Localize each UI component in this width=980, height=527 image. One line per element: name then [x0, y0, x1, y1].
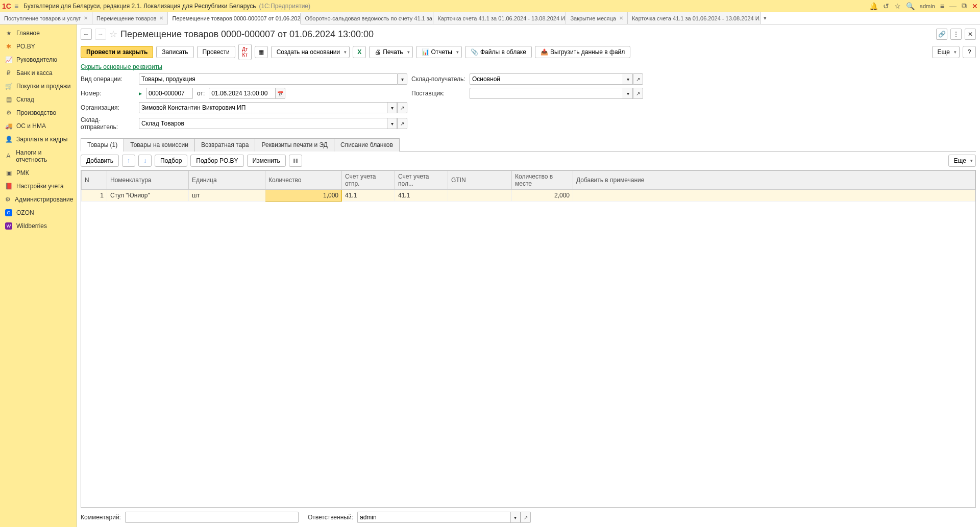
- reports-button[interactable]: 📊 Отчеты: [416, 46, 462, 58]
- items-table[interactable]: NНоменклатураЕдиницаКоличествоСчет учета…: [81, 170, 976, 508]
- responsible-dropdown[interactable]: ▾: [510, 512, 521, 523]
- document-tab[interactable]: Карточка счета 41.1 за 01.06.2024 - 13.0…: [433, 12, 566, 24]
- table-row[interactable]: 1Стул "Юниор"шт1,00041.141.12,000: [82, 190, 975, 202]
- cell-qty-place[interactable]: 2,000: [512, 190, 573, 202]
- files-button[interactable]: 📎 Файлы в облаке: [465, 46, 532, 58]
- document-tab[interactable]: Поступление товаров и услуг✕: [0, 12, 92, 24]
- column-header[interactable]: Номенклатура: [107, 171, 189, 190]
- cell-nomenclature[interactable]: Стул "Юниор": [107, 190, 189, 202]
- tabs-dropdown[interactable]: ▾: [761, 12, 770, 24]
- warehouse-from-open[interactable]: ↗: [397, 118, 407, 129]
- warehouse-from-input[interactable]: [139, 118, 387, 129]
- help-button[interactable]: ?: [963, 46, 976, 58]
- sidebar-item[interactable]: 📕Настройки учета: [0, 180, 76, 193]
- column-header[interactable]: Счет учета отпр.: [342, 171, 395, 190]
- create-based-button[interactable]: Создать на основании: [271, 46, 350, 58]
- sidebar-item[interactable]: ▣РМК: [0, 166, 76, 180]
- cell-n[interactable]: 1: [82, 190, 107, 202]
- number-input[interactable]: [146, 88, 193, 99]
- cell-quantity[interactable]: 1,000: [265, 190, 342, 202]
- sidebar-item[interactable]: WWildberries: [0, 219, 76, 233]
- inner-tab[interactable]: Товары (1): [81, 138, 124, 152]
- warehouse-to-open[interactable]: ↗: [633, 73, 643, 85]
- column-header[interactable]: Единица: [189, 171, 265, 190]
- link-icon[interactable]: 🔗: [936, 29, 947, 40]
- post-button[interactable]: Провести: [197, 46, 235, 58]
- username[interactable]: admin: [920, 3, 935, 9]
- sidebar-item[interactable]: ⚙Администрирование: [0, 193, 76, 206]
- comment-input[interactable]: [125, 512, 299, 523]
- sidebar-item[interactable]: OOZON: [0, 206, 76, 219]
- excel-button[interactable]: X: [353, 46, 366, 58]
- date-input[interactable]: [209, 88, 275, 99]
- sidebar-item[interactable]: AНалоги и отчетность: [0, 146, 76, 166]
- inner-tab[interactable]: Товары на комиссии: [124, 138, 195, 152]
- document-tab[interactable]: Оборотно-сальдовая ведомость по счету 41…: [301, 12, 433, 24]
- sidebar-item[interactable]: 👤Зарплата и кадры: [0, 133, 76, 146]
- hide-details-link[interactable]: Скрыть основные реквизиты: [81, 62, 976, 71]
- org-open[interactable]: ↗: [397, 102, 407, 113]
- sidebar-item[interactable]: ✱PO.BY: [0, 40, 76, 53]
- cell-gtin[interactable]: [448, 190, 512, 202]
- tab-close-icon[interactable]: ✕: [619, 15, 623, 21]
- print-button[interactable]: 🖨 Печать: [369, 46, 412, 58]
- warehouse-to-dropdown[interactable]: ▾: [623, 73, 633, 85]
- operation-input[interactable]: [139, 73, 397, 85]
- sidebar-item[interactable]: ⚙Производство: [0, 106, 76, 119]
- sidebar-item[interactable]: ▤Склад: [0, 93, 76, 106]
- post-and-close-button[interactable]: Провести и закрыть: [81, 46, 153, 58]
- close-icon[interactable]: ✕: [972, 2, 978, 10]
- save-button[interactable]: Записать: [156, 46, 193, 58]
- forward-button[interactable]: →: [95, 29, 106, 40]
- responsible-open[interactable]: ↗: [521, 512, 531, 523]
- org-dropdown[interactable]: ▾: [387, 102, 397, 113]
- pick-poby-button[interactable]: Подбор PO.BY: [190, 155, 243, 167]
- dt-kt-button[interactable]: ДтКт: [238, 44, 252, 60]
- barcode-button[interactable]: ⦀⦀: [289, 155, 302, 167]
- minimize-icon[interactable]: —: [949, 2, 957, 10]
- column-header[interactable]: GTIN: [448, 171, 512, 190]
- column-header[interactable]: Количество: [265, 171, 342, 190]
- move-down-button[interactable]: ↓: [138, 155, 152, 167]
- favorite-star[interactable]: ☆: [109, 29, 117, 40]
- document-tab[interactable]: Закрытие месяца✕: [566, 12, 628, 24]
- add-row-button[interactable]: Добавить: [81, 155, 119, 167]
- close-doc-button[interactable]: ✕: [965, 29, 976, 40]
- change-button[interactable]: Изменить: [247, 155, 286, 167]
- inner-tab[interactable]: Реквизиты печати и ЭД: [255, 138, 334, 152]
- menu-icon[interactable]: ≡: [14, 2, 18, 10]
- inner-tab[interactable]: Возвратная тара: [194, 138, 256, 152]
- table-more-button[interactable]: Еще: [948, 155, 976, 167]
- org-input[interactable]: [139, 102, 387, 113]
- sidebar-item[interactable]: ★Главное: [0, 27, 76, 40]
- calendar-icon[interactable]: 📅: [275, 88, 285, 99]
- column-header[interactable]: Количество в месте: [512, 171, 573, 190]
- inner-tab[interactable]: Списание бланков: [334, 138, 400, 152]
- pick-button[interactable]: Подбор: [155, 155, 187, 167]
- more-menu-icon[interactable]: ⋮: [950, 29, 962, 40]
- document-tab[interactable]: Перемещение товаров✕: [92, 12, 168, 24]
- cell-acc-from[interactable]: 41.1: [342, 190, 395, 202]
- sidebar-item[interactable]: 📈Руководителю: [0, 53, 76, 66]
- document-tab[interactable]: Перемещение товаров 0000-000007 от 01.06…: [168, 13, 301, 24]
- move-up-button[interactable]: ↑: [122, 155, 135, 167]
- column-header[interactable]: Добавить в примечание: [573, 171, 975, 190]
- structure-button[interactable]: ▦: [255, 46, 268, 58]
- export-button[interactable]: 📤 Выгрузить данные в файл: [535, 46, 630, 58]
- supplier-open[interactable]: ↗: [633, 88, 643, 99]
- warehouse-from-dropdown[interactable]: ▾: [387, 118, 397, 129]
- history-icon[interactable]: ↺: [883, 2, 889, 10]
- supplier-dropdown[interactable]: ▾: [623, 88, 633, 99]
- cell-unit[interactable]: шт: [189, 190, 265, 202]
- star-icon[interactable]: ☆: [894, 2, 901, 10]
- supplier-input[interactable]: [470, 88, 623, 99]
- maximize-icon[interactable]: ⧉: [962, 2, 967, 10]
- sidebar-item[interactable]: 🚚ОС и НМА: [0, 119, 76, 133]
- sidebar-item[interactable]: ₽Банк и касса: [0, 66, 76, 80]
- cell-note[interactable]: [573, 190, 975, 202]
- tab-close-icon[interactable]: ✕: [84, 15, 88, 21]
- bell-icon[interactable]: 🔔: [869, 2, 878, 10]
- column-header[interactable]: Счет учета пол...: [395, 171, 448, 190]
- search-icon[interactable]: 🔍: [906, 2, 915, 10]
- back-button[interactable]: ←: [81, 29, 92, 40]
